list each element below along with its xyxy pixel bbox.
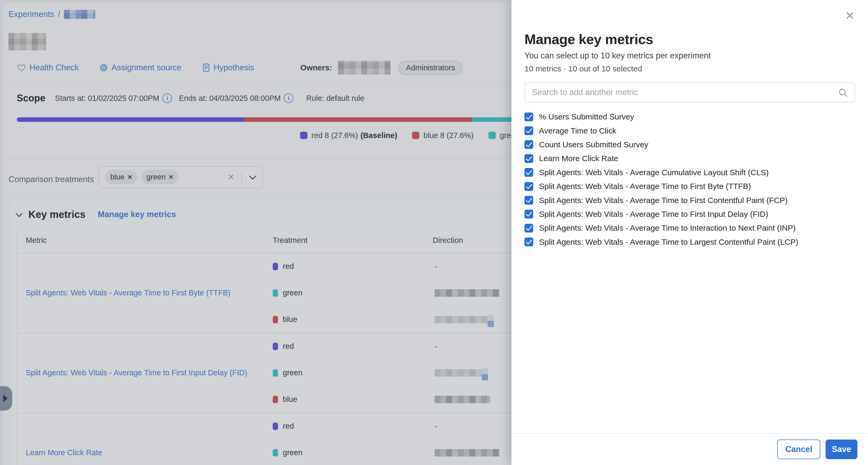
- checkbox-checked-icon[interactable]: [524, 113, 533, 121]
- metric-checkbox-label: Split Agents: Web Vitals - Average Time …: [539, 182, 751, 191]
- cancel-button[interactable]: Cancel: [777, 439, 820, 459]
- checkbox-checked-icon[interactable]: [524, 126, 533, 135]
- checkbox-checked-icon[interactable]: [524, 224, 533, 233]
- checkbox-checked-icon[interactable]: [524, 210, 533, 219]
- metric-checkbox-item[interactable]: Split Agents: Web Vitals - Average Time …: [524, 221, 858, 235]
- metric-checkbox-item[interactable]: Split Agents: Web Vitals - Average Time …: [524, 235, 858, 249]
- checkbox-checked-icon[interactable]: [524, 154, 533, 163]
- metric-checkbox-item[interactable]: Split Agents: Web Vitals - Average Time …: [524, 179, 858, 193]
- metric-checkbox-item[interactable]: Split Agents: Web Vitals - Average Time …: [524, 193, 858, 207]
- checkbox-checked-icon[interactable]: [524, 237, 533, 246]
- checkbox-checked-icon[interactable]: [524, 140, 533, 149]
- save-button[interactable]: Save: [826, 439, 858, 459]
- metric-checkbox-label: Average Time to Click: [539, 126, 616, 135]
- metric-checkbox-label: Split Agents: Web Vitals - Average Cumul…: [539, 168, 769, 177]
- metric-checkbox-label: Split Agents: Web Vitals - Average Time …: [539, 237, 798, 246]
- checkbox-checked-icon[interactable]: [524, 168, 533, 177]
- modal-subtitle: You can select up to 10 key metrics per …: [524, 51, 711, 60]
- metric-search: [524, 82, 855, 103]
- metric-checkbox-list: % Users Submitted Survey Average Time to…: [524, 110, 858, 249]
- metric-checkbox-label: Split Agents: Web Vitals - Average Time …: [539, 196, 787, 205]
- metric-checkbox-item[interactable]: Learn More Click Rate: [524, 151, 858, 165]
- metric-checkbox-label: Split Agents: Web Vitals - Average Time …: [539, 224, 796, 233]
- close-icon[interactable]: ×: [845, 9, 854, 22]
- metric-checkbox-item[interactable]: Average Time to Click: [524, 124, 858, 138]
- modal-footer: Cancel Save: [512, 433, 868, 465]
- checkbox-checked-icon[interactable]: [524, 182, 533, 191]
- metrics-count-status: 10 metrics · 10 out of 10 selected: [524, 64, 642, 73]
- metric-search-input[interactable]: [525, 83, 855, 102]
- metric-checkbox-label: Learn More Click Rate: [539, 154, 618, 163]
- metric-checkbox-item[interactable]: Count Users Submitted Survey: [524, 138, 858, 151]
- manage-key-metrics-modal: × Manage key metrics You can select up t…: [512, 0, 868, 465]
- metric-checkbox-item[interactable]: Split Agents: Web Vitals - Average Time …: [524, 207, 858, 221]
- metric-checkbox-item[interactable]: % Users Submitted Survey: [524, 110, 858, 124]
- metric-checkbox-item[interactable]: Split Agents: Web Vitals - Average Cumul…: [524, 166, 858, 179]
- metric-checkbox-label: % Users Submitted Survey: [539, 112, 634, 121]
- search-icon: [838, 88, 848, 98]
- metric-checkbox-label: Split Agents: Web Vitals - Average Time …: [539, 210, 768, 219]
- checkbox-checked-icon[interactable]: [524, 196, 533, 205]
- modal-title: Manage key metrics: [524, 31, 653, 47]
- metric-checkbox-label: Count Users Submitted Survey: [539, 140, 648, 149]
